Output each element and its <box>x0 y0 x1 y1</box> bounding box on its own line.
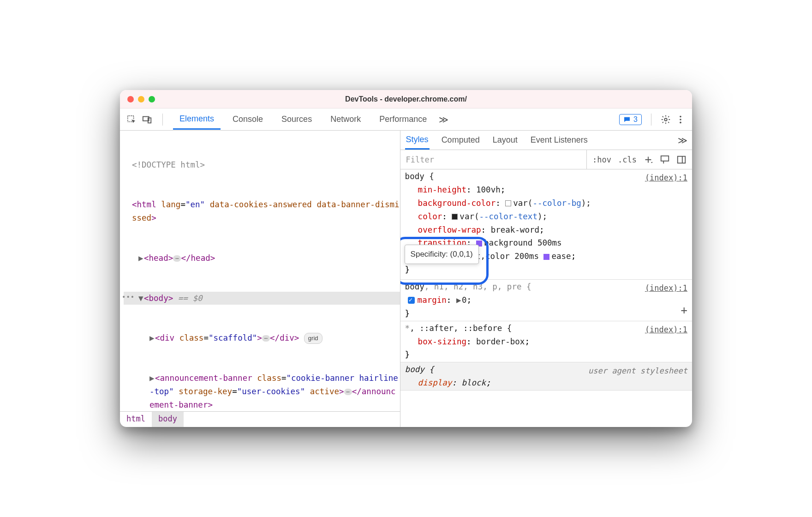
svg-point-4 <box>680 115 681 117</box>
tab-performance[interactable]: Performance <box>373 110 433 129</box>
breadcrumb-body[interactable]: body <box>152 412 184 427</box>
inspect-element-icon[interactable] <box>126 114 137 125</box>
svg-rect-8 <box>678 156 686 163</box>
cls-toggle[interactable]: .cls <box>618 155 637 164</box>
ellipsis-icon[interactable]: ⋯ <box>344 389 352 395</box>
issues-count: 3 <box>633 115 638 124</box>
color-swatch-icon[interactable] <box>452 214 458 220</box>
subtab-computed[interactable]: Computed <box>441 132 481 149</box>
tab-console[interactable]: Console <box>226 110 269 129</box>
gear-icon[interactable] <box>661 114 671 125</box>
body-node-selected[interactable]: •••▼<body> == $0 <box>124 292 400 305</box>
ellipsis-icon[interactable]: ⋯ <box>262 335 270 342</box>
svg-rect-7 <box>661 156 669 161</box>
rule-source-link[interactable]: (index):1 <box>645 171 687 184</box>
styles-panel: Styles Computed Layout Event Listeners ≫… <box>400 131 692 427</box>
css-rule: (index):1 body, h1, h2, h3, p, pre { mar… <box>400 280 692 321</box>
tab-sources[interactable]: Sources <box>275 110 318 129</box>
breadcrumb: html body <box>120 411 400 427</box>
toolbar-separator <box>651 114 651 126</box>
doctype-node: <!DOCTYPE html> <box>132 160 205 169</box>
subtab-layout[interactable]: Layout <box>492 132 519 149</box>
tab-network[interactable]: Network <box>324 110 367 129</box>
bezier-swatch-icon[interactable] <box>543 254 549 260</box>
panels-container: <!DOCTYPE html> <html lang="en" data-coo… <box>120 131 692 427</box>
hov-toggle[interactable]: :hov <box>592 155 611 164</box>
format-icon[interactable] <box>660 155 670 165</box>
more-subtabs-button[interactable]: ≫ <box>678 135 687 146</box>
css-rule-ua: user agent stylesheet body { display: bl… <box>400 362 692 391</box>
styles-list[interactable]: (index):1 body { min-height: 100vh; back… <box>400 169 692 427</box>
styles-subtabs: Styles Computed Layout Event Listeners ≫ <box>400 131 692 150</box>
css-rule: (index):1 *, ::after, ::before { box-siz… <box>400 321 692 363</box>
styles-filter-input[interactable] <box>400 150 587 169</box>
device-toolbar-icon[interactable] <box>142 114 152 125</box>
svg-point-5 <box>680 119 681 120</box>
toolbar-separator <box>162 114 163 126</box>
new-style-rule-icon[interactable] <box>643 155 653 165</box>
window-title: DevTools - developer.chrome.com/ <box>120 95 692 103</box>
rule-source-link[interactable]: (index):1 <box>645 323 687 336</box>
kebab-menu-icon[interactable] <box>675 114 686 125</box>
tab-elements[interactable]: Elements <box>173 109 221 130</box>
issues-badge[interactable]: 3 <box>619 114 642 125</box>
svg-point-3 <box>664 118 667 121</box>
specificity-highlight: Specificity: (0,0,1) <box>400 237 489 285</box>
rule-source-label: user agent stylesheet <box>588 364 687 377</box>
toggle-sidebar-icon[interactable] <box>676 155 687 165</box>
specificity-tooltip: Specificity: (0,0,1) <box>405 245 479 264</box>
devtools-window: DevTools - developer.chrome.com/ Element… <box>120 90 692 427</box>
more-tabs-button[interactable]: ≫ <box>439 114 448 125</box>
titlebar: DevTools - developer.chrome.com/ <box>120 90 692 108</box>
grid-badge[interactable]: grid <box>304 333 322 343</box>
add-declaration-button[interactable]: + <box>681 301 687 320</box>
color-swatch-icon[interactable] <box>505 200 511 206</box>
property-checkbox[interactable] <box>408 297 415 304</box>
message-icon <box>623 116 631 123</box>
subtab-styles[interactable]: Styles <box>405 131 430 150</box>
breadcrumb-html[interactable]: html <box>120 412 152 427</box>
elements-panel: <!DOCTYPE html> <html lang="en" data-coo… <box>120 131 400 427</box>
styles-filter-bar: :hov .cls <box>400 150 692 169</box>
main-toolbar: Elements Console Sources Network Perform… <box>120 108 692 131</box>
ellipsis-icon[interactable]: ⋯ <box>173 255 181 262</box>
svg-point-6 <box>680 121 681 123</box>
subtab-event-listeners[interactable]: Event Listeners <box>530 132 589 149</box>
dom-tree[interactable]: <!DOCTYPE html> <html lang="en" data-coo… <box>120 131 400 411</box>
rule-source-link[interactable]: (index):1 <box>645 282 687 295</box>
